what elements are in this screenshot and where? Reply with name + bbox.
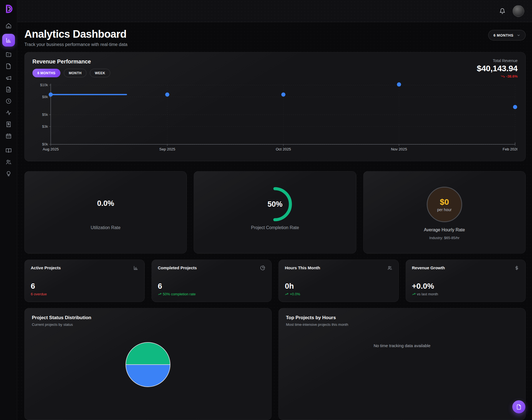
page-header: Analytics Dashboard Track your business …: [24, 28, 526, 47]
svg-text:Sep 2025: Sep 2025: [159, 147, 175, 151]
tab-month[interactable]: MONTH: [64, 69, 86, 77]
sidebar-item-marketing[interactable]: [4, 74, 13, 81]
book-open-icon: [6, 147, 12, 153]
page-title: Analytics Dashboard: [24, 28, 127, 40]
total-revenue-label: Total Revenue: [477, 58, 518, 63]
file-text-icon: [6, 86, 12, 93]
trending-down-icon: [501, 74, 505, 78]
hourly-rate-circle: $0 per hour: [427, 187, 462, 222]
lightbulb-icon: [6, 171, 12, 177]
tab-week[interactable]: WEEK: [90, 69, 110, 77]
hourly-rate-value: $0: [440, 197, 449, 207]
svg-text:$8k: $8k: [42, 95, 48, 99]
revenue-range-tabs: 6 MONTHS MONTH WEEK: [32, 69, 110, 77]
status-pie-chart: [126, 342, 170, 387]
pie-chart-icon: [260, 265, 265, 270]
revenue-change: -38.6%: [477, 74, 518, 78]
topbar: [17, 0, 532, 22]
active-projects-sub: 6 overdue: [31, 292, 138, 296]
utilization-card: 0.0% Utilization Rate: [24, 171, 187, 253]
calendar-icon: [6, 133, 12, 139]
activity-icon: [6, 110, 12, 116]
kpi-row: 0.0% Utilization Rate 50% Project Comple…: [24, 171, 526, 253]
folder-icon: [6, 52, 12, 58]
trending-up-icon: [158, 292, 162, 296]
svg-text:Nov 2025: Nov 2025: [391, 147, 407, 151]
project-status-card: Project Status Distribution Current proj…: [24, 308, 272, 420]
sidebar-item-analytics[interactable]: [2, 34, 15, 47]
page-subtitle: Track your business performance with rea…: [24, 42, 127, 47]
bar-chart-icon: [6, 37, 12, 43]
main-content: Analytics Dashboard Track your business …: [17, 0, 532, 420]
active-projects-value: 6: [31, 282, 138, 291]
pie-divider: [126, 364, 170, 365]
completed-projects-title: Completed Projects: [158, 265, 197, 270]
hours-month-title: Hours This Month: [285, 265, 320, 270]
clock-icon: [6, 98, 12, 104]
svg-text:$0k: $0k: [42, 142, 48, 146]
svg-text:Oct 2025: Oct 2025: [276, 147, 291, 151]
project-status-subtitle: Current projects by status: [32, 322, 264, 327]
sidebar-item-files[interactable]: [4, 63, 13, 70]
svg-text:$10k: $10k: [40, 83, 48, 87]
sidebar-item-calendar[interactable]: [4, 132, 13, 140]
sidebar-item-activity[interactable]: [4, 109, 13, 116]
sidebar: [0, 0, 17, 420]
notifications-button[interactable]: [499, 8, 505, 14]
tab-6-months[interactable]: 6 MONTHS: [32, 69, 60, 77]
revenue-performance-card: Revenue Performance 6 MONTHS MONTH WEEK …: [24, 52, 526, 161]
completion-value: 50%: [255, 185, 294, 224]
active-projects-card: Active Projects 6 6 overdue: [24, 260, 145, 302]
completed-projects-sub: 50% completion rate: [158, 292, 265, 296]
bell-icon: [499, 8, 505, 14]
bottom-row: Project Status Distribution Current proj…: [24, 308, 526, 420]
stat-cards-row: Active Projects 6 6 overdue Completed Pr…: [24, 260, 526, 302]
file-icon: [6, 63, 12, 69]
sidebar-item-insights[interactable]: [4, 170, 13, 177]
revenue-line-chart: $10k$8k$5k$3k$0kAug 2025Sep 2025Oct 2025…: [32, 82, 517, 153]
new-document-fab[interactable]: [512, 400, 525, 413]
active-projects-title: Active Projects: [31, 265, 61, 270]
hours-month-card: Hours This Month 0h +0.0%: [278, 260, 399, 302]
completed-projects-value: 6: [158, 282, 265, 291]
users-icon: [387, 265, 392, 270]
sidebar-item-projects[interactable]: [4, 51, 13, 58]
receipt-icon: [6, 121, 12, 127]
utilization-label: Utilization Rate: [25, 225, 186, 230]
sidebar-item-time[interactable]: [4, 98, 13, 105]
revenue-card-title: Revenue Performance: [32, 58, 110, 65]
sidebar-item-team[interactable]: [4, 158, 13, 166]
top-projects-card: Top Projects by Hours Most time-intensiv…: [278, 308, 526, 420]
sidebar-item-documents[interactable]: [4, 86, 13, 93]
avatar[interactable]: [513, 5, 524, 17]
completion-donut-chart: 50%: [255, 185, 294, 224]
date-range-dropdown[interactable]: 6 MONTHS: [488, 30, 526, 40]
users-icon: [6, 159, 12, 165]
project-status-title: Project Status Distribution: [32, 315, 264, 321]
dollar-icon: [514, 265, 519, 270]
app-logo[interactable]: [3, 3, 14, 14]
trending-up-icon: [412, 292, 416, 296]
revenue-chart: $10k$8k$5k$3k$0kAug 2025Sep 2025Oct 2025…: [32, 82, 518, 154]
revenue-growth-value: +0.0%: [412, 282, 520, 291]
file-icon: [516, 404, 522, 410]
utilization-value: 0.0%: [25, 199, 186, 208]
hourly-rate-card: $0 per hour Average Hourly Rate Industry…: [363, 171, 526, 253]
top-projects-title: Top Projects by Hours: [286, 315, 518, 321]
sidebar-nav: [2, 22, 15, 177]
hourly-rate-industry: Industry: $65-85/hr: [364, 236, 525, 240]
sidebar-item-home[interactable]: [4, 22, 13, 29]
home-icon: [6, 23, 12, 29]
d-logo-icon: [3, 3, 14, 14]
chevron-down-icon: [517, 34, 520, 37]
hourly-rate-unit: per hour: [437, 208, 452, 212]
hours-month-value: 0h: [285, 282, 392, 291]
megaphone-icon: [6, 75, 12, 81]
revenue-growth-card: Revenue Growth +0.0% vs last month: [406, 260, 526, 302]
date-range-label: 6 MONTHS: [493, 33, 513, 37]
sidebar-item-docs[interactable]: [4, 147, 13, 154]
hours-month-sub: +0.0%: [285, 292, 392, 296]
revenue-growth-title: Revenue Growth: [412, 265, 445, 270]
sidebar-item-invoices[interactable]: [4, 121, 13, 128]
bar-chart-icon: [133, 265, 138, 270]
